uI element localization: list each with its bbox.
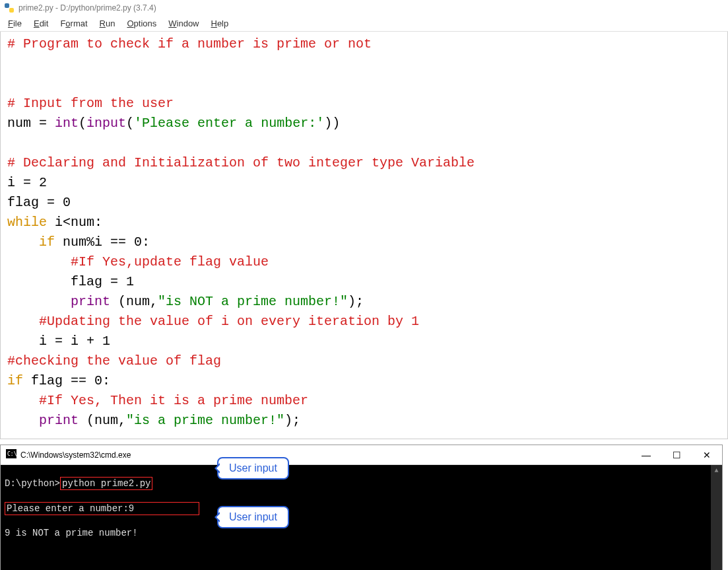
code-line: #checking the value of flag — [7, 353, 221, 369]
code-line: if num%i == 0: — [7, 234, 150, 250]
idle-titlebar: prime2.py - D:/python/prime2.py (3.7.4) — [0, 0, 728, 16]
callout-user-input: User input — [217, 506, 289, 528]
code-line: flag = 1 — [7, 274, 134, 289]
console-line: Please enter a number:9 — [5, 502, 718, 515]
cmd-titlebar: C:\ C:\Windows\system32\cmd.exe — ☐ ✕ — [1, 445, 722, 465]
code-line: #Updating the value of i on every iterat… — [7, 314, 419, 329]
cmd-window: C:\ C:\Windows\system32\cmd.exe — ☐ ✕ D:… — [0, 445, 723, 570]
menu-format[interactable]: Format — [55, 17, 92, 30]
window-title: prime2.py - D:/python/prime2.py (3.7.4) — [18, 3, 156, 13]
code-line: if flag == 0: — [7, 373, 110, 388]
code-line: print (num,"is a prime number!"); — [7, 413, 300, 428]
menu-help[interactable]: Help — [206, 17, 234, 30]
menu-edit[interactable]: Edit — [28, 17, 53, 30]
window-controls: — ☐ ✕ — [631, 446, 722, 464]
console-line — [5, 551, 718, 563]
code-line: # Input from the user — [7, 96, 174, 111]
console-line: 9 is NOT a prime number! — [5, 527, 718, 539]
command-highlight: python prime2.py — [60, 477, 152, 490]
code-line: # Program to check if a number is prime … — [7, 36, 372, 52]
svg-rect-1 — [9, 8, 14, 13]
minimize-button[interactable]: — — [631, 446, 661, 464]
menu-window[interactable]: Window — [163, 17, 204, 30]
code-line: i = i + 1 — [7, 334, 110, 349]
svg-rect-0 — [5, 3, 9, 8]
code-line: # Declaring and Initialization of two in… — [7, 155, 475, 170]
menubar: File Edit Format Run Options Window Help — [0, 16, 728, 32]
code-line: num = int(input('Please enter a number:'… — [7, 116, 340, 131]
maximize-button[interactable]: ☐ — [661, 446, 692, 464]
menu-run[interactable]: Run — [94, 17, 121, 30]
svg-text:C:\: C:\ — [7, 451, 17, 457]
console-line: D:\python>python prime2.py — [5, 477, 718, 490]
code-line: flag = 0 — [7, 195, 71, 210]
menu-options[interactable]: Options — [121, 17, 162, 30]
code-line: print (num,"is NOT a prime number!"); — [7, 294, 364, 309]
code-editor[interactable]: # Program to check if a number is prime … — [0, 32, 728, 439]
code-line: while i<num: — [7, 215, 102, 230]
code-line: i = 2 — [7, 175, 47, 190]
callout-user-input: User input — [217, 457, 289, 480]
scroll-up-icon[interactable]: ▲ — [711, 465, 722, 476]
code-line: #If Yes,update flag value — [7, 254, 269, 269]
input-highlight: Please enter a number:9 — [5, 502, 199, 515]
python-icon — [4, 3, 15, 13]
close-button[interactable]: ✕ — [692, 446, 722, 464]
code-line: #If Yes, Then it is a prime number — [7, 393, 308, 408]
cmd-title: C:\Windows\system32\cmd.exe — [20, 450, 131, 460]
cmd-icon: C:\ — [6, 449, 17, 460]
scrollbar[interactable]: ▲ ▼ — [711, 465, 722, 570]
menu-file[interactable]: File — [3, 17, 27, 30]
cmd-body[interactable]: D:\python>python prime2.py Please enter … — [1, 465, 722, 570]
